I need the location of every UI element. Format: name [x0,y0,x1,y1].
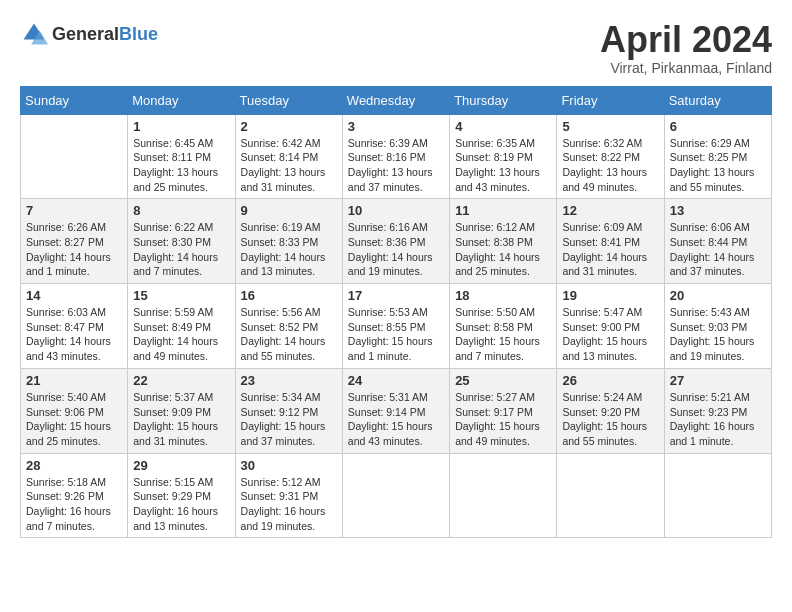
day-info: Sunrise: 5:12 AMSunset: 9:31 PMDaylight:… [241,475,337,534]
day-number: 21 [26,373,122,388]
calendar-cell [450,453,557,538]
day-number: 23 [241,373,337,388]
day-info: Sunrise: 5:27 AMSunset: 9:17 PMDaylight:… [455,390,551,449]
calendar-cell: 23Sunrise: 5:34 AMSunset: 9:12 PMDayligh… [235,368,342,453]
calendar-cell [557,453,664,538]
logo-icon [20,20,48,48]
day-info: Sunrise: 5:50 AMSunset: 8:58 PMDaylight:… [455,305,551,364]
day-number: 26 [562,373,658,388]
day-number: 22 [133,373,229,388]
calendar-cell: 5Sunrise: 6:32 AMSunset: 8:22 PMDaylight… [557,114,664,199]
day-number: 4 [455,119,551,134]
day-number: 1 [133,119,229,134]
day-number: 17 [348,288,444,303]
day-info: Sunrise: 5:56 AMSunset: 8:52 PMDaylight:… [241,305,337,364]
day-number: 18 [455,288,551,303]
logo: GeneralBlue [20,20,158,48]
day-info: Sunrise: 6:29 AMSunset: 8:25 PMDaylight:… [670,136,766,195]
title-block: April 2024 Virrat, Pirkanmaa, Finland [600,20,772,76]
day-number: 24 [348,373,444,388]
day-info: Sunrise: 5:53 AMSunset: 8:55 PMDaylight:… [348,305,444,364]
header-day-monday: Monday [128,86,235,114]
day-info: Sunrise: 6:42 AMSunset: 8:14 PMDaylight:… [241,136,337,195]
day-number: 29 [133,458,229,473]
logo-text-general: General [52,25,119,43]
calendar-cell: 22Sunrise: 5:37 AMSunset: 9:09 PMDayligh… [128,368,235,453]
day-number: 12 [562,203,658,218]
calendar-cell: 10Sunrise: 6:16 AMSunset: 8:36 PMDayligh… [342,199,449,284]
calendar-cell: 19Sunrise: 5:47 AMSunset: 9:00 PMDayligh… [557,284,664,369]
day-info: Sunrise: 6:03 AMSunset: 8:47 PMDaylight:… [26,305,122,364]
day-number: 15 [133,288,229,303]
day-info: Sunrise: 6:32 AMSunset: 8:22 PMDaylight:… [562,136,658,195]
day-info: Sunrise: 5:47 AMSunset: 9:00 PMDaylight:… [562,305,658,364]
day-info: Sunrise: 5:59 AMSunset: 8:49 PMDaylight:… [133,305,229,364]
day-info: Sunrise: 6:16 AMSunset: 8:36 PMDaylight:… [348,220,444,279]
calendar-cell: 8Sunrise: 6:22 AMSunset: 8:30 PMDaylight… [128,199,235,284]
calendar-body: 1Sunrise: 6:45 AMSunset: 8:11 PMDaylight… [21,114,772,538]
day-info: Sunrise: 5:21 AMSunset: 9:23 PMDaylight:… [670,390,766,449]
day-number: 5 [562,119,658,134]
calendar-cell: 7Sunrise: 6:26 AMSunset: 8:27 PMDaylight… [21,199,128,284]
day-info: Sunrise: 6:35 AMSunset: 8:19 PMDaylight:… [455,136,551,195]
day-number: 19 [562,288,658,303]
calendar-cell: 28Sunrise: 5:18 AMSunset: 9:26 PMDayligh… [21,453,128,538]
day-number: 16 [241,288,337,303]
calendar-cell: 2Sunrise: 6:42 AMSunset: 8:14 PMDaylight… [235,114,342,199]
day-info: Sunrise: 6:26 AMSunset: 8:27 PMDaylight:… [26,220,122,279]
calendar-cell [21,114,128,199]
calendar-cell: 24Sunrise: 5:31 AMSunset: 9:14 PMDayligh… [342,368,449,453]
calendar-header: SundayMondayTuesdayWednesdayThursdayFrid… [21,86,772,114]
calendar-cell: 1Sunrise: 6:45 AMSunset: 8:11 PMDaylight… [128,114,235,199]
day-number: 28 [26,458,122,473]
day-number: 14 [26,288,122,303]
calendar-cell: 9Sunrise: 6:19 AMSunset: 8:33 PMDaylight… [235,199,342,284]
header-day-thursday: Thursday [450,86,557,114]
calendar-cell: 4Sunrise: 6:35 AMSunset: 8:19 PMDaylight… [450,114,557,199]
calendar-cell: 21Sunrise: 5:40 AMSunset: 9:06 PMDayligh… [21,368,128,453]
location: Virrat, Pirkanmaa, Finland [600,60,772,76]
calendar-cell: 29Sunrise: 5:15 AMSunset: 9:29 PMDayligh… [128,453,235,538]
day-info: Sunrise: 5:31 AMSunset: 9:14 PMDaylight:… [348,390,444,449]
day-number: 10 [348,203,444,218]
calendar-cell: 11Sunrise: 6:12 AMSunset: 8:38 PMDayligh… [450,199,557,284]
day-info: Sunrise: 5:40 AMSunset: 9:06 PMDaylight:… [26,390,122,449]
calendar-cell [342,453,449,538]
header-day-tuesday: Tuesday [235,86,342,114]
day-number: 30 [241,458,337,473]
week-row-3: 14Sunrise: 6:03 AMSunset: 8:47 PMDayligh… [21,284,772,369]
day-info: Sunrise: 5:43 AMSunset: 9:03 PMDaylight:… [670,305,766,364]
day-info: Sunrise: 6:19 AMSunset: 8:33 PMDaylight:… [241,220,337,279]
day-number: 8 [133,203,229,218]
calendar-table: SundayMondayTuesdayWednesdayThursdayFrid… [20,86,772,539]
day-info: Sunrise: 6:06 AMSunset: 8:44 PMDaylight:… [670,220,766,279]
calendar-cell: 18Sunrise: 5:50 AMSunset: 8:58 PMDayligh… [450,284,557,369]
calendar-cell: 16Sunrise: 5:56 AMSunset: 8:52 PMDayligh… [235,284,342,369]
calendar-cell: 13Sunrise: 6:06 AMSunset: 8:44 PMDayligh… [664,199,771,284]
day-info: Sunrise: 6:45 AMSunset: 8:11 PMDaylight:… [133,136,229,195]
day-info: Sunrise: 5:15 AMSunset: 9:29 PMDaylight:… [133,475,229,534]
header-day-wednesday: Wednesday [342,86,449,114]
day-number: 9 [241,203,337,218]
day-info: Sunrise: 6:12 AMSunset: 8:38 PMDaylight:… [455,220,551,279]
day-info: Sunrise: 5:24 AMSunset: 9:20 PMDaylight:… [562,390,658,449]
calendar-cell: 14Sunrise: 6:03 AMSunset: 8:47 PMDayligh… [21,284,128,369]
week-row-1: 1Sunrise: 6:45 AMSunset: 8:11 PMDaylight… [21,114,772,199]
calendar-cell: 27Sunrise: 5:21 AMSunset: 9:23 PMDayligh… [664,368,771,453]
calendar-cell: 3Sunrise: 6:39 AMSunset: 8:16 PMDaylight… [342,114,449,199]
calendar-cell: 25Sunrise: 5:27 AMSunset: 9:17 PMDayligh… [450,368,557,453]
calendar-cell: 17Sunrise: 5:53 AMSunset: 8:55 PMDayligh… [342,284,449,369]
header-day-saturday: Saturday [664,86,771,114]
day-number: 11 [455,203,551,218]
day-info: Sunrise: 6:39 AMSunset: 8:16 PMDaylight:… [348,136,444,195]
week-row-2: 7Sunrise: 6:26 AMSunset: 8:27 PMDaylight… [21,199,772,284]
week-row-5: 28Sunrise: 5:18 AMSunset: 9:26 PMDayligh… [21,453,772,538]
day-number: 6 [670,119,766,134]
day-number: 13 [670,203,766,218]
calendar-cell: 20Sunrise: 5:43 AMSunset: 9:03 PMDayligh… [664,284,771,369]
calendar-cell: 26Sunrise: 5:24 AMSunset: 9:20 PMDayligh… [557,368,664,453]
logo-text-blue: Blue [119,25,158,43]
month-title: April 2024 [600,20,772,60]
calendar-cell: 6Sunrise: 6:29 AMSunset: 8:25 PMDaylight… [664,114,771,199]
day-info: Sunrise: 5:34 AMSunset: 9:12 PMDaylight:… [241,390,337,449]
